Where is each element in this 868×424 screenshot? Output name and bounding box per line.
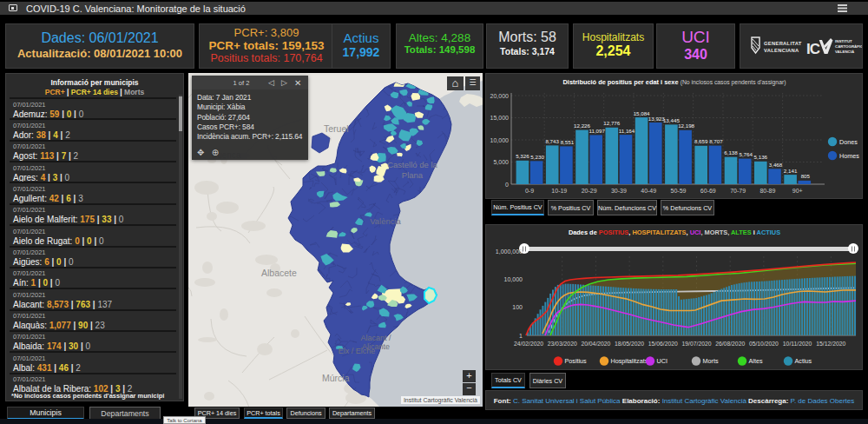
svg-text:UCI: UCI <box>657 357 667 365</box>
svg-text:80-89: 80-89 <box>760 188 775 194</box>
svg-text:10,000: 10,000 <box>490 137 510 143</box>
svg-text:40-49: 40-49 <box>641 188 656 194</box>
svg-text:0: 0 <box>505 182 509 188</box>
svg-text:8,707: 8,707 <box>709 138 723 144</box>
svg-text:11,164: 11,164 <box>619 128 635 134</box>
svg-text:0-9: 0-9 <box>525 188 534 194</box>
svg-text:10-19: 10-19 <box>551 188 567 194</box>
svg-text:Morts: Morts <box>703 357 719 365</box>
svg-text:60-69: 60-69 <box>700 188 716 194</box>
svg-text:8,743: 8,743 <box>545 138 559 144</box>
svg-text:15,000: 15,000 <box>490 115 510 121</box>
svg-text:10,000: 10,000 <box>504 276 523 282</box>
svg-text:INSTITUT: INSTITUT <box>835 39 852 43</box>
svg-text:3,468: 3,468 <box>769 162 783 168</box>
svg-text:12,198: 12,198 <box>678 123 694 129</box>
svg-text:Altes: Altes <box>749 357 763 365</box>
svg-text:5,136: 5,136 <box>754 154 768 160</box>
svg-text:1: 1 <box>519 333 523 339</box>
svg-text:Actius: Actius <box>795 357 812 365</box>
svg-text:Dades de POSITIUS, HOSPITALITZ: Dades de POSITIUS, HOSPITALITZATS, UCI, … <box>569 229 780 236</box>
svg-text:50-59: 50-59 <box>671 188 687 194</box>
svg-text:2,141: 2,141 <box>784 168 798 174</box>
svg-text:10/11/2020: 10/11/2020 <box>783 341 812 347</box>
svg-text:20/04/2020: 20/04/2020 <box>581 341 610 347</box>
svg-text:05/10/2020: 05/10/2020 <box>749 341 779 347</box>
svg-text:19/07/2020: 19/07/2020 <box>681 341 711 347</box>
svg-text:Castelló de la: Castelló de la <box>387 160 437 169</box>
svg-text:6,138: 6,138 <box>724 149 738 156</box>
svg-text:Hospitalitzats: Hospitalitzats <box>611 357 648 365</box>
svg-text:VALENCIÀ: VALENCIÀ <box>835 50 855 54</box>
svg-text:8,551: 8,551 <box>561 139 575 145</box>
svg-text:València: València <box>370 216 401 226</box>
svg-text:90+: 90+ <box>792 188 803 194</box>
svg-text:VALENCIANA: VALENCIANA <box>764 48 799 53</box>
svg-text:Albacete: Albacete <box>261 268 297 278</box>
svg-text:5,000: 5,000 <box>493 159 509 165</box>
svg-text:5,326: 5,326 <box>516 153 529 159</box>
svg-text:Plana: Plana <box>402 170 424 180</box>
svg-text:30-39: 30-39 <box>611 188 627 194</box>
svg-text:Múrcia: Múrcia <box>322 373 350 383</box>
svg-text:70-79: 70-79 <box>730 188 746 194</box>
svg-text:8,659: 8,659 <box>694 138 708 144</box>
svg-text:23/03/2020: 23/03/2020 <box>548 341 577 347</box>
svg-text:Teruel: Teruel <box>324 123 349 134</box>
svg-text:1,000,000: 1,000,000 <box>496 248 523 255</box>
svg-text:5,764: 5,764 <box>739 151 753 157</box>
svg-text:15/06/2020: 15/06/2020 <box>648 341 678 347</box>
svg-text:GENERALITAT: GENERALITAT <box>764 41 802 46</box>
svg-text:CARTOGRÀFIC: CARTOGRÀFIC <box>835 44 862 49</box>
svg-text:20,000: 20,000 <box>490 93 510 99</box>
svg-text:Dones: Dones <box>839 138 858 146</box>
svg-text:Positius: Positius <box>565 357 588 365</box>
svg-text:Homes: Homes <box>839 152 859 160</box>
svg-text:IC: IC <box>806 41 820 57</box>
svg-text:24/02/2020: 24/02/2020 <box>514 341 543 347</box>
svg-text:Elx / Elche: Elx / Elche <box>339 347 376 355</box>
svg-text:5,230: 5,230 <box>530 154 544 160</box>
svg-text:100: 100 <box>512 304 523 310</box>
svg-text:26/08/2020: 26/08/2020 <box>715 341 745 347</box>
svg-text:805: 805 <box>801 173 811 179</box>
svg-text:12,776: 12,776 <box>603 120 620 126</box>
svg-text:11,097: 11,097 <box>589 128 605 134</box>
svg-text:15/12/2020: 15/12/2020 <box>816 341 845 347</box>
svg-text:Alacant /: Alacant / <box>360 334 391 342</box>
svg-text:Distribució de positius per ed: Distribució de positius per edat i sexe … <box>563 78 786 86</box>
svg-text:20-29: 20-29 <box>582 188 597 194</box>
svg-text:18/05/2020: 18/05/2020 <box>615 341 644 347</box>
